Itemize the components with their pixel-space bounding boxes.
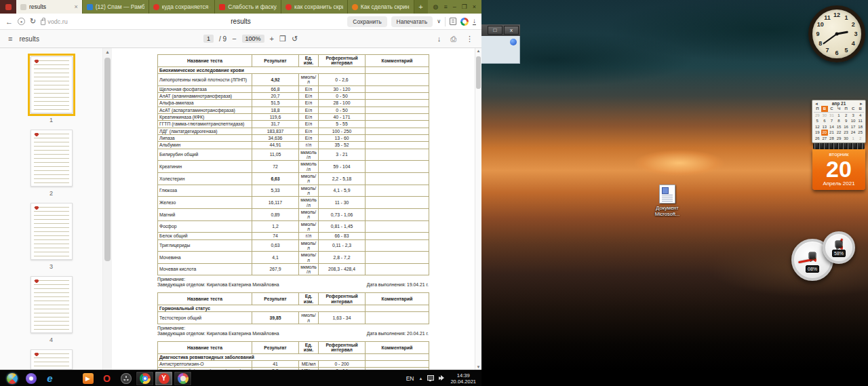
taskbar-explorer-button[interactable] [60,371,78,386]
calendar-day[interactable]: 4 [856,113,864,119]
calendar-day[interactable]: 7 [828,118,835,124]
volume-icon[interactable] [439,375,446,381]
tab-4[interactable]: как сохранить скри [281,0,348,14]
maximize-icon[interactable]: □ [488,26,502,35]
more-options-icon[interactable]: ⋮ [466,35,473,43]
save-button[interactable]: Сохранить [347,16,387,27]
page-thumbnail[interactable] [31,130,73,187]
fit-page-icon[interactable]: ❒ [279,35,286,43]
close-icon[interactable]: x [504,26,519,35]
calendar-prev-icon[interactable]: ◄ [814,102,818,106]
url-display[interactable]: vodc.ru [41,18,68,25]
close-tab-icon[interactable]: × [74,3,77,10]
taskbar-ie-button[interactable]: e [41,371,59,386]
calendar-day[interactable]: 31 [828,113,835,119]
taskbar-opera-button[interactable]: O [98,371,116,386]
calendar-day[interactable]: 21 [828,130,835,136]
sidebar-scrollbar[interactable]: ▲ [103,48,112,370]
google-account-icon[interactable] [460,18,469,26]
new-tab-button[interactable]: + [414,0,428,14]
taskbar-chrome-button[interactable] [136,371,154,386]
taskbar-film-button[interactable] [117,371,135,386]
calendar-day[interactable]: 22 [835,130,843,136]
taskbar-wmp-button[interactable]: ▶ [79,371,97,386]
tab-results[interactable]: results× [16,0,83,14]
chevron-down-icon[interactable]: ∨ [437,18,441,24]
reload-icon[interactable]: ↻ [30,17,36,26]
calendar-day[interactable]: 19 [814,130,821,136]
page-scrollbar[interactable]: ▲ ▼ [475,48,481,370]
tab-1[interactable]: (12) Спам — Рамбл [83,0,149,14]
analog-clock-gadget[interactable]: 123456789101112 [808,5,865,62]
taskbar-paint-button[interactable] [174,371,192,386]
tray-clock[interactable]: 14:39 20.04.2021 [450,372,476,385]
calendar-day[interactable]: 5 [814,118,821,124]
calendar-day[interactable]: 24 [850,130,857,136]
calendar-day[interactable]: 29 [835,136,843,142]
network-icon[interactable] [427,375,434,381]
page-thumbnail[interactable] [31,203,73,260]
calendar-day[interactable]: 1 [835,113,843,119]
minimize-icon[interactable]: – [453,3,456,10]
desktop-document-shortcut[interactable]: Документ Microsoft... [646,185,689,217]
calendar-gadget[interactable]: ◄ апр 21 ► ПВСЧПСВ2930311234567891011121… [812,100,866,190]
calendar-next-icon[interactable]: ► [859,102,863,106]
background-window-fragment[interactable]: □ x [477,24,520,64]
downloads-icon[interactable]: ↓ [473,18,476,25]
taskbar-alice-button[interactable] [22,371,40,386]
calendar-day[interactable]: 30 [821,113,829,119]
calendar-day[interactable]: 8 [835,118,843,124]
calendar-day[interactable]: 12 [814,124,821,130]
browser-menu-icon[interactable]: ≡ [443,3,447,10]
zoom-out-icon[interactable]: − [232,35,236,43]
calendar-day[interactable]: 18 [856,124,864,130]
restore-icon[interactable]: ❐ [462,3,467,10]
calendar-day[interactable]: 2 [856,136,864,142]
calendar-day[interactable]: 13 [821,124,829,130]
print-button[interactable]: Напечатать [391,16,433,27]
ram-meter-gauge[interactable]: 58% [823,231,855,264]
tab-2[interactable]: куда сохраняется с [149,0,216,14]
calendar-day[interactable]: 2 [842,113,850,119]
rotate-icon[interactable]: ↺ [292,35,298,43]
close-icon[interactable]: × [473,3,476,10]
calendar-day[interactable]: 1 [850,136,857,142]
scrollbar-thumb[interactable] [476,56,481,89]
page-thumbnail[interactable] [31,56,73,113]
calendar-day[interactable]: 27 [821,136,829,142]
sidebar-toggle-icon[interactable]: ≡ [8,35,12,43]
page-thumbnail[interactable] [31,276,73,333]
taskbar-start-button[interactable] [3,371,21,386]
zoom-in-icon[interactable]: + [270,35,274,43]
tab-5[interactable]: Как сделать скрин [348,0,414,14]
calendar-day[interactable]: 20 [821,130,829,136]
tab-3[interactable]: Слабость и фаскул [215,0,281,14]
back-icon[interactable]: ← [5,18,13,26]
calendar-day[interactable]: 15 [835,124,843,130]
calendar-day[interactable]: 11 [856,118,864,124]
page-thumbnail[interactable] [31,349,73,370]
taskbar-yandex-button[interactable]: Y [155,371,173,386]
calendar-day[interactable]: 3 [850,113,857,119]
calendar-day[interactable]: 30 [842,136,850,142]
collections-icon[interactable] [450,18,456,25]
alice-voice-icon[interactable]: ◍ [433,3,439,10]
scroll-up-icon[interactable]: ▲ [103,48,112,56]
scroll-up-icon[interactable]: ▲ [475,49,481,53]
scrollbar-thumb[interactable] [104,58,111,261]
page-number-input[interactable]: 1 [203,35,214,43]
print-icon[interactable]: ⎙ [450,35,456,43]
calendar-day[interactable]: 28 [828,136,835,142]
language-indicator[interactable]: EN [406,375,414,382]
zoom-level[interactable]: 100% [242,35,264,43]
calendar-day[interactable]: 25 [856,130,864,136]
calendar-day[interactable]: 23 [842,130,850,136]
calendar-day[interactable]: 10 [850,118,857,124]
scroll-down-icon[interactable]: ▼ [475,365,481,369]
download-icon[interactable]: ↓ [437,35,441,43]
calendar-day[interactable]: 29 [814,113,821,119]
calendar-day[interactable]: 16 [842,124,850,130]
calendar-day[interactable]: 14 [828,124,835,130]
browser-logo-tab[interactable] [0,0,16,14]
calendar-day[interactable]: 9 [842,118,850,124]
